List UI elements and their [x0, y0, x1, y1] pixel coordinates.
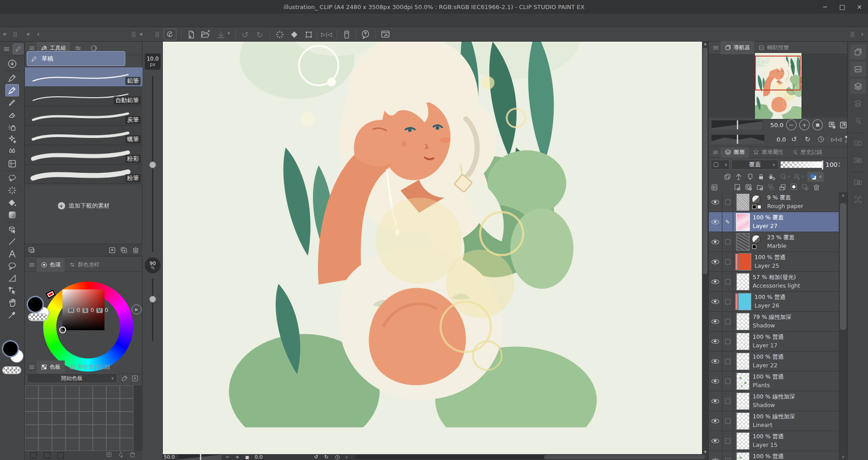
airbrush-tool[interactable] — [5, 121, 19, 133]
expand-panel-icon[interactable]: › — [861, 30, 863, 38]
color-swatch[interactable] — [66, 385, 79, 398]
canvas-vertical-scrollbar-thumb[interactable] — [703, 48, 707, 274]
layer-checkbox[interactable] — [725, 458, 730, 460]
layer-row[interactable]: ✎ 79 % 線性加深 Shadow — [709, 312, 839, 332]
color-swatch[interactable] — [66, 425, 79, 438]
blend-tool[interactable] — [5, 145, 19, 157]
delete-color-icon[interactable] — [129, 451, 136, 458]
add-color-icon[interactable] — [117, 451, 124, 458]
tab-color-set[interactable]: 色板 — [37, 360, 65, 374]
new-raster-layer-icon[interactable] — [733, 183, 741, 191]
layer-check-cell[interactable]: ✎ — [722, 232, 733, 252]
color-mixing-toggle[interactable]: ▶ — [132, 304, 142, 314]
layer-row[interactable]: ✎ 100 % 普通 Layer 15 — [709, 431, 839, 451]
clip-to-layer-below-icon[interactable] — [723, 173, 731, 181]
tab-history[interactable]: 歷史記錄 — [787, 147, 826, 158]
layer-check-cell[interactable]: ✎ — [722, 272, 733, 292]
layer-checkbox[interactable] — [725, 398, 730, 404]
layer-check-cell[interactable]: ✎ — [722, 431, 733, 451]
layer-visibility-toggle[interactable] — [709, 312, 722, 332]
collapse-bar-icon[interactable]: ‹ — [346, 454, 347, 460]
create-layer-mask-icon[interactable] — [790, 183, 798, 192]
color-swatch[interactable] — [120, 398, 133, 412]
save-options-caret-icon[interactable]: ∨ — [227, 30, 230, 35]
color-swatch[interactable] — [120, 385, 133, 398]
color-swatch[interactable] — [93, 425, 106, 438]
collapse-panel-icon[interactable]: « — [3, 30, 7, 38]
color-swatch[interactable] — [30, 452, 37, 459]
layer-color-icon[interactable]: ∨ — [807, 172, 824, 182]
download-tools-button[interactable] — [5, 57, 19, 70]
color-swatch[interactable] — [25, 385, 38, 398]
layer-visibility-toggle[interactable] — [709, 192, 722, 212]
save-button[interactable] — [214, 28, 227, 40]
layer-checkbox[interactable] — [725, 359, 730, 364]
color-swatch[interactable] — [57, 452, 64, 459]
rotate-ccw-button[interactable]: ↺ — [314, 454, 318, 460]
color-swatch[interactable] — [25, 425, 38, 438]
layer-visibility-toggle[interactable] — [709, 411, 722, 431]
canvas-artwork[interactable] — [163, 42, 702, 454]
color-swatch[interactable] — [25, 398, 38, 412]
create-selection-icon[interactable]: ∨ — [779, 173, 790, 181]
layer-visibility-toggle[interactable] — [709, 292, 722, 312]
subtool-item[interactable]: 炭筆 — [25, 106, 142, 126]
duplicate-subtool-icon[interactable] — [120, 246, 128, 254]
pen-tool[interactable] — [5, 72, 19, 84]
layer-name[interactable]: Layer 22 — [753, 361, 784, 370]
multi-select-icon[interactable] — [28, 246, 36, 254]
color-swatch[interactable] — [79, 425, 93, 438]
layer-thumbnail[interactable] — [737, 353, 749, 370]
tab-layer[interactable]: 圖層 — [721, 147, 749, 158]
layer-row[interactable]: ✎ 100 % 普通 Layer 25 — [709, 252, 839, 272]
auto-select-tool[interactable] — [5, 184, 19, 196]
layer-check-cell[interactable]: ✎ — [722, 371, 733, 391]
menu-item[interactable] — [43, 14, 55, 27]
layer-check-cell[interactable]: ✎ — [722, 411, 733, 431]
color-swatch[interactable] — [52, 438, 66, 451]
selection-source-icon[interactable]: ∨ — [793, 173, 804, 181]
balloon-tool[interactable] — [5, 260, 19, 272]
color-swatch[interactable] — [52, 412, 66, 425]
main-color-swatch[interactable] — [27, 296, 44, 313]
layer-name[interactable]: Shadow — [753, 322, 792, 330]
fit-to-screen-button[interactable] — [828, 121, 836, 129]
canvas-horizontal-scrollbar[interactable] — [355, 455, 705, 459]
layer-checkbox[interactable] — [725, 339, 730, 344]
color-swatch[interactable] — [93, 398, 106, 412]
layer-check-cell[interactable]: ✎ — [722, 451, 733, 460]
dock-sub-view-icon[interactable] — [850, 62, 866, 77]
edit-color-set-icon[interactable] — [121, 375, 128, 382]
opacity-spinner[interactable]: ▴▾ — [839, 161, 840, 167]
color-swatch[interactable] — [93, 412, 106, 425]
layer-thumbnail[interactable] — [737, 453, 749, 460]
fill-button[interactable] — [288, 28, 300, 40]
layer-check-cell[interactable]: ✎ — [722, 212, 733, 232]
layer-row[interactable]: ✎ 100 % 線性加深 Shadow — [709, 391, 839, 411]
active-tool-tab-pen-icon[interactable] — [13, 43, 24, 54]
fill-tool[interactable] — [5, 196, 19, 209]
color-swatch[interactable] — [120, 425, 133, 438]
menu-item[interactable] — [30, 14, 43, 27]
layer-checkbox[interactable] — [725, 299, 730, 304]
color-swatch[interactable] — [106, 412, 120, 425]
dock-layer-icon[interactable] — [850, 79, 866, 94]
layer-name[interactable]: Accessories light — [753, 282, 800, 290]
layer-thumbnail[interactable] — [737, 214, 749, 230]
new-vector-layer-icon[interactable] — [745, 183, 753, 191]
dock-pose-scan-icon[interactable] — [850, 192, 866, 207]
layer-name[interactable]: Marble — [767, 242, 795, 250]
zoom-reset-button[interactable]: ■ — [245, 454, 249, 460]
maximize-button[interactable]: □ — [835, 1, 849, 12]
color-swatch[interactable] — [120, 438, 133, 451]
color-swatch[interactable] — [93, 438, 106, 451]
panel-menu-icon[interactable] — [711, 43, 721, 53]
canvas-horizontal-scrollbar-thumb[interactable] — [544, 455, 706, 459]
gradient-tool[interactable] — [5, 209, 19, 221]
delete-layer-icon[interactable] — [812, 183, 821, 191]
transfer-to-lower-layer-icon[interactable] — [767, 183, 775, 191]
color-set-scrollbar[interactable]: ∨ — [133, 385, 142, 460]
hand-tool[interactable] — [5, 296, 19, 308]
brush-density-slider-track[interactable] — [152, 278, 153, 341]
add-downloaded-material[interactable]: + 追加下載的素材 — [25, 200, 142, 212]
